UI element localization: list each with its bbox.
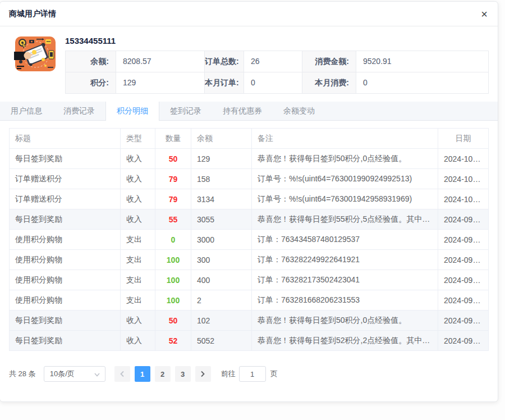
cell-date: 2024-09-30 (438, 230, 489, 250)
cell-date: 2024-10-08 (438, 189, 489, 209)
column-header: 日期 (438, 129, 489, 149)
user-phone: 15334455111 (65, 36, 489, 45)
stat-value: 0 (244, 72, 302, 94)
stat-value: 0 (356, 72, 489, 94)
next-page-button[interactable] (195, 366, 211, 382)
cell-remark: 订单：763282249922641921 (252, 250, 438, 270)
table-row[interactable]: 使用积分购物支出100300订单：7632822499226419212024-… (10, 250, 489, 270)
table-row[interactable]: 每日签到奖励收入50102恭喜您！获得每日签到50积分,0点经验值。2024-0… (10, 311, 489, 331)
tab-consume-records[interactable]: 消费记录 (53, 102, 105, 120)
stat-label: 本月消费: (302, 72, 356, 94)
cell-title: 每日签到奖励 (10, 331, 121, 351)
stat-label: 订单总数: (205, 51, 244, 72)
cell-remark: 订单：763281668206231553 (252, 290, 438, 311)
stat-label: 本月订单: (205, 72, 244, 94)
chevron-down-icon (94, 372, 100, 377)
cell-remark: 恭喜您！获得每日签到52积分,2点经验值。其中连续… (252, 331, 438, 351)
table-row[interactable]: 每日签到奖励收入553055恭喜您！获得每日签到55积分,5点经验值。其中连续…… (10, 209, 489, 230)
user-summary: 15334455111 余额: 8208.57 订单总数: 26 消费金额: 9… (65, 35, 489, 94)
points-table: 标题类型数量余额备注日期 每日签到奖励收入50129恭喜您！获得每日签到50积分… (9, 128, 489, 351)
table-row[interactable]: 每日签到奖励收入525052恭喜您！获得每日签到52积分,2点经验值。其中连续…… (10, 331, 489, 351)
cell-type: 收入 (121, 189, 155, 209)
cell-title: 订单赠送积分 (10, 169, 121, 189)
cell-date: 2024-10-08 (438, 169, 489, 189)
cell-amount: 79 (155, 189, 191, 209)
cell-title: 使用积分购物 (10, 290, 121, 311)
table-row[interactable]: 订单赠送积分收入79158订单号：%!s(uint64=763001990924… (10, 169, 489, 189)
stats-grid: 余额: 8208.57 订单总数: 26 消费金额: 9520.91 积分: 1… (65, 51, 489, 94)
table-row[interactable]: 使用积分购物支出1002订单：7632816682062315532024-09… (10, 290, 489, 311)
table-row[interactable]: 使用积分购物支出100400订单：7632821735024230412024-… (10, 270, 489, 290)
cell-amount: 52 (155, 331, 191, 351)
table-row[interactable]: 订单赠送积分收入793134订单号：%!s(uint64=76300194295… (10, 189, 489, 209)
cell-type: 支出 (121, 290, 155, 311)
user-detail-dialog: 商城用户详情 × (0, 1, 498, 402)
cell-title: 每日签到奖励 (10, 311, 121, 331)
cell-remark: 恭喜您！获得每日签到50积分,0点经验值。 (252, 149, 438, 169)
column-header: 备注 (252, 129, 438, 149)
page-buttons: 123 (135, 366, 195, 382)
cell-title: 每日签到奖励 (10, 209, 121, 230)
tabs: 用户信息 消费记录 积分明细 签到记录 持有优惠券 余额变动 (0, 102, 498, 121)
prev-page-button[interactable] (114, 366, 130, 382)
cell-remark: 订单：763282173502423041 (252, 270, 438, 290)
tab-points-detail[interactable]: 积分明细 (105, 102, 159, 121)
tab-coupons[interactable]: 持有优惠券 (212, 102, 273, 120)
table-row[interactable]: 每日签到奖励收入50129恭喜您！获得每日签到50积分,0点经验值。2024-1… (10, 149, 489, 169)
table-header-row: 标题类型数量余额备注日期 (10, 129, 489, 149)
cell-remark: 恭喜您！获得每日签到55积分,5点经验值。其中连续… (252, 209, 438, 230)
cell-date: 2024-09-29 (438, 250, 489, 270)
page-size-select[interactable]: 10条/页 (44, 366, 105, 382)
page-size-value: 10条/页 (50, 369, 75, 379)
chevron-left-icon (120, 371, 125, 377)
goto-page-input[interactable] (239, 366, 266, 382)
stat-label: 消费金额: (302, 51, 356, 72)
cell-title: 订单赠送积分 (10, 189, 121, 209)
cell-type: 收入 (121, 169, 155, 189)
cell-date: 2024-10-10 (438, 149, 489, 169)
cell-title: 使用积分购物 (10, 230, 121, 250)
cell-date: 2024-09-29 (438, 270, 489, 290)
column-header: 标题 (10, 129, 121, 149)
cell-type: 收入 (121, 149, 155, 169)
stat-value: 8208.57 (116, 51, 205, 72)
pagination: 共 28 条 10条/页 123 前往 页 (9, 366, 489, 382)
cell-balance: 2 (191, 290, 252, 311)
user-avatar (14, 35, 57, 72)
stat-label: 余额: (66, 51, 116, 72)
table-row[interactable]: 使用积分购物支出03000订单：7634345874801295372024-0… (10, 230, 489, 250)
cell-date: 2024-09-29 (438, 331, 489, 351)
stat-label: 积分: (66, 72, 116, 94)
dialog-title: 商城用户详情 (9, 9, 56, 19)
cell-type: 收入 (121, 331, 155, 351)
cell-amount: 50 (155, 149, 191, 169)
cell-balance: 400 (191, 270, 252, 290)
page-button-3[interactable]: 3 (175, 366, 191, 382)
tab-content: 标题类型数量余额备注日期 每日签到奖励收入50129恭喜您！获得每日签到50积分… (0, 121, 498, 401)
cell-type: 收入 (121, 311, 155, 331)
cell-amount: 100 (155, 290, 191, 311)
cell-amount: 50 (155, 311, 191, 331)
page-button-2[interactable]: 2 (155, 366, 171, 382)
column-header: 数量 (155, 129, 191, 149)
cell-balance: 158 (191, 169, 252, 189)
close-icon[interactable]: × (481, 9, 488, 19)
cell-amount: 100 (155, 270, 191, 290)
tab-checkin-records[interactable]: 签到记录 (159, 102, 212, 120)
cell-remark: 订单号：%!s(uint64=763001942958931969) (252, 189, 438, 209)
cell-balance: 300 (191, 250, 252, 270)
goto-suffix: 页 (270, 369, 278, 379)
cell-type: 支出 (121, 270, 155, 290)
stat-value: 26 (244, 51, 302, 72)
cell-date: 2024-09-30 (438, 209, 489, 230)
stat-value: 9520.91 (356, 51, 489, 72)
tab-user-info[interactable]: 用户信息 (0, 102, 53, 120)
page-button-1[interactable]: 1 (135, 366, 150, 382)
cell-balance: 3000 (191, 230, 252, 250)
cell-amount: 0 (155, 230, 191, 250)
cell-title: 使用积分购物 (10, 270, 121, 290)
cell-balance: 102 (191, 311, 252, 331)
cell-remark: 恭喜您！获得每日签到50积分,0点经验值。 (252, 311, 438, 331)
goto-label: 前往 (221, 369, 236, 379)
tab-balance-changes[interactable]: 余额变动 (273, 102, 325, 120)
